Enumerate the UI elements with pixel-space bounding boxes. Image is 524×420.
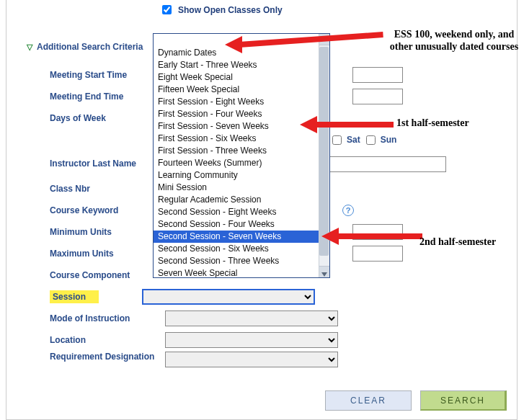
session-option[interactable]: Second Session - Seven Weeks	[154, 231, 319, 243]
session-option[interactable]: First Session - Three Weeks	[154, 145, 319, 157]
meeting-end-label: Meeting End Time	[50, 91, 165, 102]
session-dropdown-list[interactable]: Dynamic DatesEarly Start - Three WeeksEi…	[153, 33, 330, 278]
session-option[interactable]: Second Session - Four Weeks	[154, 218, 319, 231]
session-option[interactable]: Seven Week Special	[154, 267, 319, 277]
search-button[interactable]: Search	[420, 390, 507, 411]
show-open-classes-checkbox[interactable]	[162, 5, 172, 14]
session-label: Session	[50, 290, 99, 303]
session-select[interactable]	[142, 289, 315, 305]
days-of-week-label: Days of Week	[50, 113, 165, 123]
min-units-label: Minimum Units	[50, 227, 165, 237]
annotation-first-half: 1st half-semester	[396, 117, 469, 130]
clear-button[interactable]: Clear	[325, 390, 412, 411]
location-select[interactable]	[165, 332, 338, 348]
show-open-classes-label: Show Open Classes Only	[178, 5, 283, 15]
course-component-label: Course Component	[50, 270, 165, 280]
help-icon[interactable]: ?	[342, 205, 354, 216]
class-nbr-label: Class Nbr	[50, 184, 165, 194]
annotation-ess100: ESS 100, weekend only, and other unusual…	[389, 29, 519, 53]
section-header-label: Additional Search Criteria	[37, 42, 143, 52]
meeting-end-input[interactable]	[352, 89, 403, 104]
additional-criteria-header[interactable]: ▽ Additional Search Criteria	[27, 42, 143, 52]
session-option[interactable]: First Session - Six Weeks	[154, 133, 319, 145]
req-desig-select[interactable]	[165, 352, 338, 367]
session-option[interactable]: Regular Academic Session	[154, 194, 319, 206]
course-keyword-label: Course Keyword	[50, 205, 165, 215]
meeting-start-input[interactable]	[352, 67, 403, 83]
req-desig-label: Requirement Designation	[50, 352, 165, 362]
collapse-triangle-icon: ▽	[27, 43, 32, 52]
session-option[interactable]: Fifteen Week Special	[154, 84, 319, 96]
location-label: Location	[50, 335, 165, 345]
session-option[interactable]: First Session - Four Weeks	[154, 108, 319, 120]
mode-select[interactable]	[165, 310, 338, 326]
scrollbar-thumb[interactable]	[319, 47, 329, 256]
button-bar: Clear Search	[325, 390, 507, 411]
meeting-start-label: Meeting Start Time	[50, 70, 165, 80]
sun-label: Sun	[381, 135, 397, 145]
session-option[interactable]: Mini Session	[154, 182, 319, 194]
sat-checkbox[interactable]	[332, 135, 342, 145]
sun-checkbox[interactable]	[366, 135, 376, 145]
instructor-label: Instructor Last Name	[50, 159, 165, 169]
session-option[interactable]: Second Session - Six Weeks	[154, 243, 319, 255]
sat-label: Sat	[347, 135, 360, 145]
max-units-input[interactable]	[352, 246, 403, 262]
session-option[interactable]: Eight Week Special	[154, 71, 319, 84]
session-option[interactable]: First Session - Seven Weeks	[154, 120, 319, 133]
session-option[interactable]: Early Start - Three Weeks	[154, 59, 319, 71]
session-option[interactable]: Learning Community	[154, 169, 319, 182]
session-option[interactable]: Second Session - Three Weeks	[154, 255, 319, 267]
scroll-down-arrow-icon[interactable]	[321, 272, 327, 277]
session-option[interactable]: First Session - Eight Weeks	[154, 96, 319, 108]
session-option[interactable]: Fourteen Weeks (Summer)	[154, 157, 319, 169]
session-option[interactable]: Second Session - Eight Weeks	[154, 206, 319, 218]
annotation-second-half: 2nd half-semester	[419, 236, 496, 249]
max-units-label: Maximum Units	[50, 249, 165, 259]
show-open-classes-row: Show Open Classes Only	[159, 3, 283, 17]
mode-label: Mode of Instruction	[50, 313, 165, 323]
